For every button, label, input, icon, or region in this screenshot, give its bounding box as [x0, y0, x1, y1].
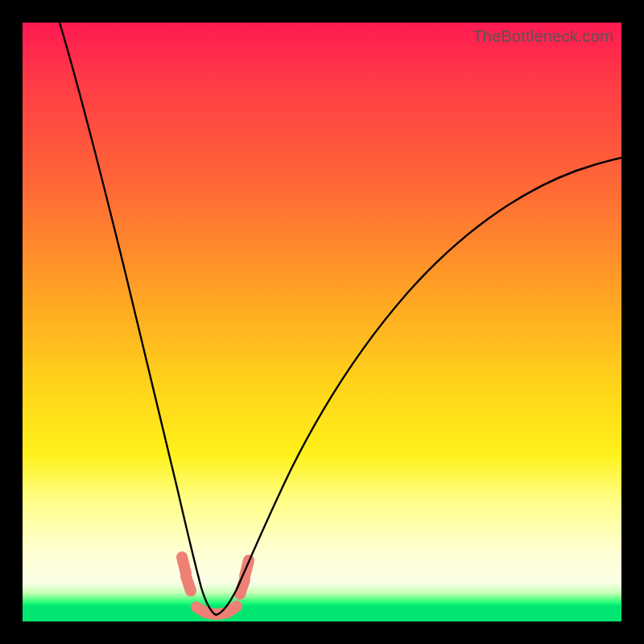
chart-svg	[23, 23, 621, 621]
outer-frame: TheBottleneck.com	[0, 0, 644, 644]
curve-left-branch	[60, 23, 216, 615]
marker-salmon-floor-4	[229, 606, 237, 612]
plot-area: TheBottleneck.com	[23, 23, 621, 621]
marker-salmon-left-upper	[182, 557, 186, 573]
curve-right-branch	[216, 158, 621, 615]
marker-salmon-left-lower	[186, 576, 191, 591]
